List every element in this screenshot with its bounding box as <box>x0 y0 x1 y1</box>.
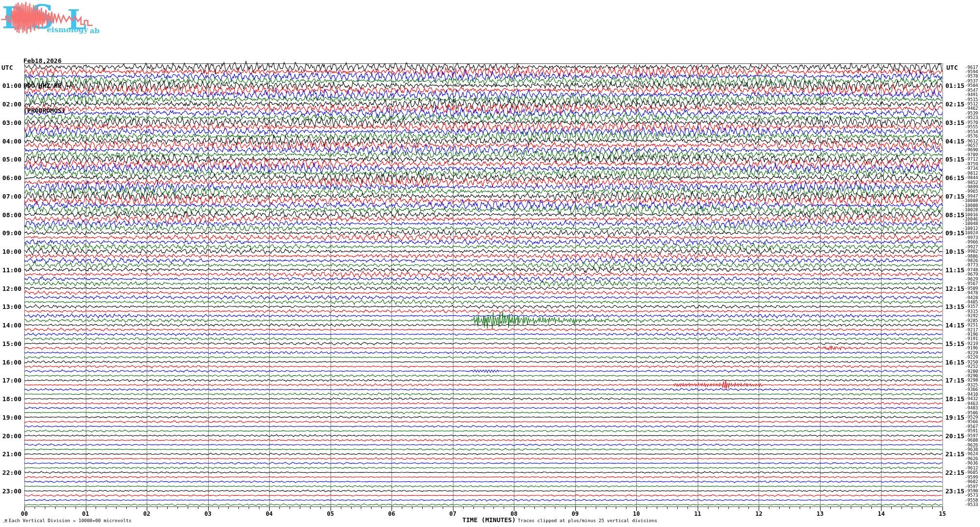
corner-mark: .M <box>2 519 7 524</box>
x-axis-tick-label: 09 <box>568 511 583 517</box>
left-time-label: 02:00 <box>0 101 21 107</box>
x-axis-tick-label: 14 <box>874 511 888 517</box>
left-time-label: 01:00 <box>0 82 21 89</box>
left-time-label: 16:00 <box>0 359 21 365</box>
left-time-label: 14:00 <box>0 322 21 328</box>
x-axis-tick-label: 11 <box>690 511 705 517</box>
left-time-label: 18:00 <box>0 396 21 402</box>
x-axis-tick-label: 13 <box>813 511 827 517</box>
seismogram-trace-canvas <box>0 0 980 527</box>
left-time-label: 09:00 <box>0 230 21 236</box>
left-time-label: 11:00 <box>0 266 21 273</box>
header-channel: PDO HHZ HP -- <box>23 81 73 90</box>
x-axis-tick-label: 04 <box>262 511 276 517</box>
right-trace-value: -9533 <box>961 503 978 507</box>
clip-note: Traces clipped at plus/minus 25 vertical… <box>518 518 657 523</box>
left-time-label: 03:00 <box>0 119 21 125</box>
utc-label-left: UTC <box>1 64 13 71</box>
header-date: Feb18,2026 <box>23 57 73 65</box>
left-time-label: 23:00 <box>0 487 21 494</box>
psl-logo: P S L atras eismology ab <box>0 0 102 37</box>
utc-label-right: UTC <box>946 64 958 71</box>
x-axis-tick-label: 12 <box>751 511 766 517</box>
helicorder-screenshot: P S L atras eismology ab Feb18,2026 PDO … <box>0 0 980 527</box>
left-time-label: 15:00 <box>0 340 21 346</box>
left-time-label: 21:00 <box>0 451 21 457</box>
left-time-label: 05:00 <box>0 156 21 162</box>
header-station: (PRODROMOS) <box>23 106 73 115</box>
left-time-label: 12:00 <box>0 285 21 291</box>
left-time-label: 10:00 <box>0 248 21 255</box>
left-time-label: 13:00 <box>0 304 21 310</box>
left-time-label: 20:00 <box>0 432 21 439</box>
x-axis-tick-label: 15 <box>935 511 950 517</box>
x-axis-tick-label: 10 <box>629 511 644 517</box>
left-time-label: 22:00 <box>0 469 21 476</box>
left-time-label: 04:00 <box>0 138 21 144</box>
left-time-label: 17:00 <box>0 377 21 384</box>
scale-note: Each Vertical Division = 10000+00 microv… <box>9 518 132 523</box>
left-time-label: 08:00 <box>0 211 21 218</box>
x-axis-tick-label: 03 <box>201 511 216 517</box>
left-time-label: 19:00 <box>0 414 21 420</box>
left-time-label: 07:00 <box>0 193 21 199</box>
x-axis-tick-label: 01 <box>78 511 93 517</box>
x-axis-tick-label: 02 <box>139 511 154 517</box>
x-axis-tick-label: 06 <box>384 511 399 517</box>
x-axis-tick-label: 00 <box>17 511 32 517</box>
plot-header: Feb18,2026 PDO HHZ HP -- (PRODROMOS) <box>23 40 73 131</box>
logo-seismic-wave-icon <box>0 0 102 37</box>
x-axis-tick-label: 05 <box>323 511 338 517</box>
left-time-label: 06:00 <box>0 175 21 181</box>
